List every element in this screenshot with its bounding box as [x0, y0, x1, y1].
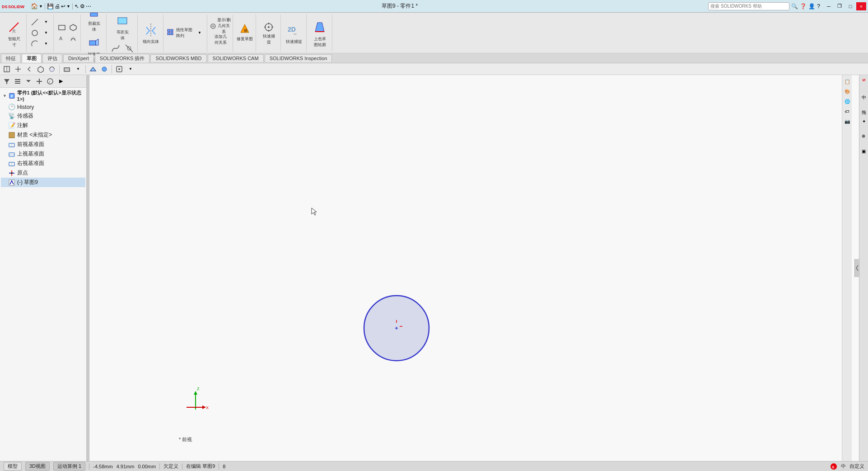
display-dropdown[interactable]: ▼ — [73, 65, 83, 74]
smart-dimension-button[interactable]: 尺 智能尺寸 — [4, 17, 24, 49]
text-tool[interactable]: A — [56, 33, 67, 43]
panel-collapse-right[interactable] — [854, 259, 859, 277]
view-orient-btn[interactable] — [2, 65, 12, 74]
line-dropdown[interactable]: ▼ — [41, 17, 51, 27]
circle-dropdown[interactable]: ▼ — [41, 28, 51, 38]
origin-label: 原点 — [17, 169, 28, 177]
tab-evaluate[interactable]: 评估 — [42, 54, 62, 63]
z-axis-arrow — [194, 391, 197, 395]
svg-text:i: i — [49, 80, 50, 84]
save-icon[interactable]: 💾 — [47, 3, 54, 9]
linear-pattern-btn[interactable]: 线性草图阵列 — [166, 28, 193, 38]
viewport[interactable]: Z X * 前视 📋 🎨 🌐 🏷 📷 — [89, 75, 859, 461]
view-3d-btn[interactable] — [36, 65, 46, 74]
options-icon[interactable]: ⚙ — [80, 3, 85, 9]
color-sketch-button[interactable]: 上色草图轮廓 — [309, 17, 330, 49]
filter-btn[interactable] — [2, 77, 12, 86]
tab-inspection[interactable]: SOLIDWORKS Inspection — [265, 54, 332, 62]
arc-dropdown[interactable]: ▼ — [41, 39, 51, 49]
undo-icon[interactable]: ↩ — [61, 3, 65, 9]
tree-item-front-plane[interactable]: 前视基准面 — [1, 140, 85, 149]
view-settings-btn[interactable] — [114, 65, 124, 74]
tree-item-origin[interactable]: 原点 — [1, 168, 85, 178]
polygon-tool[interactable] — [68, 23, 79, 33]
line-tool[interactable] — [29, 17, 40, 27]
dropdown-arrow[interactable]: ▼ — [39, 4, 43, 9]
tree-item-right-plane[interactable]: 右视基准面 — [1, 159, 85, 168]
pattern-dropdown[interactable]: ▼ — [194, 28, 205, 38]
rectangle-tool[interactable] — [56, 23, 67, 33]
more-icon[interactable]: ⋯ — [86, 3, 91, 9]
cam-btn[interactable]: 📷 — [842, 117, 852, 126]
tab-cam[interactable]: SOLIDWORKS CAM — [208, 54, 264, 62]
view-palette-btn[interactable]: 📋 — [842, 77, 852, 86]
tree-item-top-plane[interactable]: 上视基准面 — [1, 149, 85, 159]
ref-geom-button[interactable]: 等距实体 — [112, 11, 133, 41]
right-sb-btn1[interactable]: 中 — [860, 85, 868, 98]
coord-x: -4.58mm — [93, 464, 112, 469]
decals-btn[interactable]: 🏷 — [842, 107, 852, 116]
close-button[interactable]: × — [856, 2, 866, 10]
circle-tool[interactable] — [29, 28, 40, 38]
circle-info-btn[interactable]: i — [45, 77, 55, 86]
appearance-btn[interactable]: 🎨 — [842, 87, 852, 96]
sketch-row3: ▼ — [29, 39, 51, 49]
statusbar-tab-model[interactable]: 模型 — [4, 462, 22, 471]
right-sb-btn2[interactable]: 拖 — [860, 99, 868, 113]
search-icon[interactable]: 🔍 — [791, 3, 798, 9]
right-sb-btn5[interactable]: ▣ — [860, 144, 868, 158]
restore-button[interactable]: ❐ — [835, 2, 845, 10]
rect-icon — [58, 24, 66, 32]
tree-item-sensor[interactable]: 📡 传感器 — [1, 111, 85, 121]
view-display-btn[interactable] — [47, 65, 57, 74]
fillet-tool[interactable] — [123, 42, 135, 55]
tree-item-sketch9[interactable]: (-) 草图9 — [1, 178, 85, 187]
tab-plugins[interactable]: SOLIDWORKS 插件 — [95, 54, 150, 63]
realview-btn[interactable] — [99, 65, 109, 74]
section-view-btn[interactable] — [13, 65, 23, 74]
search-input[interactable] — [708, 2, 789, 10]
curve-tool[interactable] — [109, 42, 122, 55]
tree-item-history[interactable]: 🕐 History — [1, 103, 85, 111]
home-icon[interactable]: 🏠 — [31, 3, 38, 9]
tab-dimxpert[interactable]: DimXpert — [63, 54, 94, 62]
hide-lines-btn[interactable] — [62, 65, 72, 74]
tab-sketch[interactable]: 草图 — [22, 54, 42, 63]
scenes-btn[interactable] — [88, 65, 98, 74]
scene-btn[interactable]: 🌐 — [842, 97, 852, 106]
show-relations-button[interactable]: 显示/删几何关系 — [210, 20, 231, 33]
statusbar-tab-motion[interactable]: 运动算例 1 — [53, 462, 85, 471]
offset-tool[interactable] — [68, 33, 79, 43]
instant2d-button[interactable]: 2D ↔ 快速捕捉 — [284, 17, 304, 49]
undo-dropdown[interactable]: ▼ — [66, 4, 70, 9]
print-icon[interactable]: 🖨 — [55, 3, 60, 9]
statusbar-tab-3dview[interactable]: 3D视图 — [25, 462, 50, 471]
collapse-all-btn[interactable] — [23, 77, 33, 86]
maximize-button[interactable]: □ — [845, 2, 855, 10]
minimize-button[interactable]: ─ — [824, 2, 834, 10]
add-item-btn[interactable] — [34, 77, 44, 86]
repair-sketch-button[interactable]: 修 修复草图 — [236, 17, 254, 49]
display-settings-dropdown[interactable]: ▼ — [126, 65, 135, 74]
right-sb-btn3[interactable]: ✦ — [860, 114, 868, 128]
svg-rect-6 — [59, 25, 65, 30]
help-icon[interactable]: ❓ — [800, 3, 807, 9]
list-btn[interactable] — [13, 77, 23, 86]
add-relations-button[interactable]: 添加几何关系 — [210, 33, 231, 46]
tab-mbd[interactable]: SOLIDWORKS MBD — [150, 54, 206, 62]
tree-root-node[interactable]: ▼ P 零件1 (默认<<默认>显示状态 1>) — [1, 89, 85, 103]
right-viewport-toolbar: 📋 🎨 🌐 🏷 📷 — [842, 75, 852, 461]
more-btn[interactable]: ▶ — [56, 77, 66, 86]
arc-tool[interactable] — [29, 39, 40, 49]
quick-snap-button[interactable]: 快速捕捉 — [259, 17, 279, 49]
tree-item-material[interactable]: 材质 <未指定> — [1, 130, 85, 140]
tab-feature[interactable]: 特征 — [1, 54, 21, 63]
mirror-button[interactable]: 镜向实体 — [140, 17, 161, 49]
right-sb-btn4[interactable]: ⊕ — [860, 129, 868, 143]
view-prev-btn[interactable] — [24, 65, 34, 74]
user-icon[interactable]: 👤 — [808, 3, 815, 9]
right-plane-label: 右视基准面 — [17, 160, 44, 167]
tree-item-annotation[interactable]: 📝 注解 — [1, 121, 85, 130]
help-question[interactable]: ? — [817, 3, 820, 9]
select-icon[interactable]: ↖ — [75, 3, 79, 9]
